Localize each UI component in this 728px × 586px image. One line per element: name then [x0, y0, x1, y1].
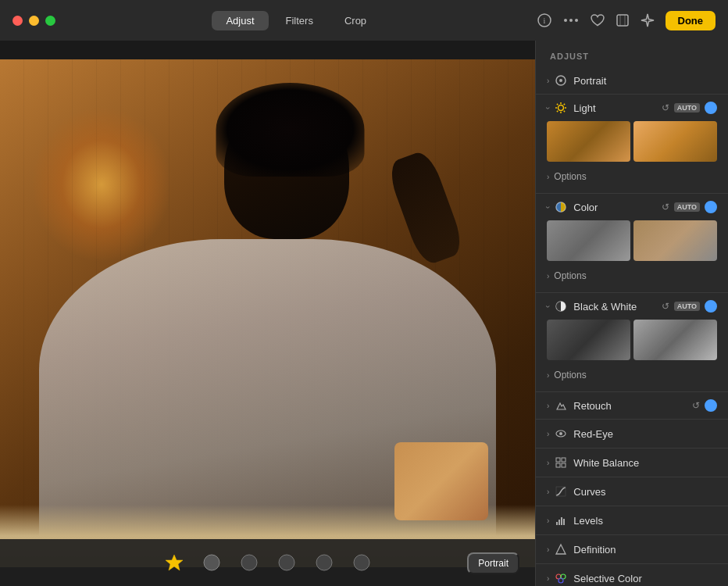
- tab-bar: Adjust Filters Crop: [55, 11, 537, 30]
- color-toggle[interactable]: [705, 201, 717, 213]
- bw-options-row[interactable]: › Options: [547, 366, 717, 384]
- bw-options-label: Options: [554, 370, 586, 381]
- light-thumb-1[interactable]: [547, 121, 630, 162]
- light-thumb-2[interactable]: [633, 121, 717, 162]
- svg-line-19: [557, 104, 558, 105]
- light-options-row[interactable]: › Options: [547, 168, 717, 185]
- retouch-reset-icon[interactable]: ↺: [692, 400, 700, 411]
- definition-label: Definition: [573, 544, 717, 556]
- definition-icon: [554, 542, 568, 556]
- circle-btn-4[interactable]: [313, 552, 335, 573]
- retouch-header[interactable]: › Retouch ↺: [536, 392, 728, 419]
- bw-icon: [554, 299, 568, 313]
- svg-rect-29: [556, 463, 560, 467]
- color-options-row[interactable]: › Options: [547, 267, 717, 284]
- svg-point-8: [241, 555, 257, 570]
- retouch-toggle[interactable]: [705, 399, 717, 412]
- frame-button[interactable]: [616, 13, 630, 27]
- definition-chevron: ›: [547, 545, 549, 554]
- circle-btn-5[interactable]: [351, 552, 373, 573]
- curves-item[interactable]: › Curves: [536, 477, 728, 506]
- section-redeye: › Red-Eye: [536, 420, 728, 448]
- levels-icon: [554, 513, 568, 527]
- section-portrait: › Portrait: [536, 67, 728, 95]
- color-thumb-2[interactable]: [633, 220, 717, 261]
- bw-thumb-2[interactable]: [633, 320, 717, 360]
- section-curves: › Curves: [536, 477, 728, 506]
- color-reset-icon[interactable]: ↺: [662, 202, 669, 213]
- levels-label: Levels: [573, 515, 717, 527]
- tab-adjust[interactable]: Adjust: [212, 11, 268, 30]
- color-thumb-1[interactable]: [547, 220, 630, 261]
- redeye-item[interactable]: › Red-Eye: [536, 420, 728, 448]
- circle-btn-2[interactable]: [238, 552, 260, 573]
- wb-icon: [554, 456, 568, 470]
- section-levels: › Levels: [536, 506, 728, 535]
- bottom-toolbar: Portrait: [0, 539, 535, 586]
- wb-chevron: ›: [547, 459, 549, 467]
- svg-line-22: [557, 111, 558, 112]
- redeye-chevron: ›: [547, 430, 549, 438]
- svg-rect-35: [563, 519, 565, 525]
- svg-point-11: [354, 555, 369, 570]
- bw-thumb-1[interactable]: [547, 320, 630, 360]
- selective-color-chevron: ›: [547, 574, 549, 583]
- color-auto-badge[interactable]: AUTO: [674, 202, 700, 212]
- bw-thumbs: [547, 320, 717, 360]
- sparkle-button[interactable]: [641, 13, 655, 27]
- info-button[interactable]: i: [537, 13, 551, 27]
- svg-marker-36: [556, 545, 566, 554]
- bw-header[interactable]: › Black & White ↺ AUTO: [536, 293, 728, 320]
- color-controls: ↺ AUTO: [662, 201, 717, 213]
- light-auto-badge[interactable]: AUTO: [674, 103, 700, 113]
- tab-crop[interactable]: Crop: [330, 11, 380, 30]
- portrait-chevron: ›: [547, 77, 549, 85]
- circle-btn-1[interactable]: [201, 552, 223, 573]
- levels-chevron: ›: [547, 516, 549, 525]
- svg-rect-34: [561, 517, 562, 525]
- portrait-icon: [554, 73, 568, 88]
- bw-controls: ↺ AUTO: [662, 300, 717, 313]
- minimize-button[interactable]: [29, 16, 39, 26]
- selective-color-item[interactable]: › Selective Color: [536, 564, 728, 586]
- maximize-button[interactable]: [45, 16, 55, 26]
- more-button[interactable]: [562, 13, 580, 27]
- circle-btn-3[interactable]: [276, 552, 298, 573]
- color-options-chevron: ›: [547, 272, 549, 280]
- svg-rect-30: [562, 463, 566, 467]
- bw-reset-icon[interactable]: ↺: [662, 301, 669, 312]
- light-toggle[interactable]: [705, 102, 717, 114]
- light-label: Light: [573, 102, 661, 114]
- done-button[interactable]: Done: [666, 11, 716, 30]
- svg-text:i: i: [543, 16, 545, 25]
- svg-point-4: [575, 19, 578, 22]
- redeye-label: Red-Eye: [573, 428, 717, 440]
- redeye-icon: [554, 427, 568, 441]
- section-definition: › Definition: [536, 535, 728, 564]
- portrait-header[interactable]: › Portrait: [536, 67, 728, 94]
- section-light: › Light ↺: [536, 95, 728, 194]
- curves-chevron: ›: [547, 488, 549, 496]
- color-header[interactable]: › Color ↺ AUTO: [536, 194, 728, 220]
- section-wb: › White Balance: [536, 448, 728, 477]
- tab-filters[interactable]: Filters: [272, 11, 327, 30]
- light-content: › Options: [536, 121, 728, 193]
- svg-rect-32: [556, 522, 558, 525]
- favorite-button[interactable]: [591, 14, 605, 27]
- retouch-label: Retouch: [573, 400, 692, 412]
- scene-icon[interactable]: [163, 552, 185, 573]
- definition-item[interactable]: › Definition: [536, 535, 728, 563]
- bw-toggle[interactable]: [705, 300, 717, 313]
- light-header[interactable]: › Light ↺: [536, 95, 728, 121]
- photo-canvas: [0, 59, 535, 567]
- portrait-badge[interactable]: Portrait: [467, 552, 519, 574]
- svg-point-3: [569, 19, 573, 22]
- window-controls: [12, 16, 55, 26]
- wb-item[interactable]: › White Balance: [536, 448, 728, 477]
- close-button[interactable]: [12, 16, 23, 26]
- light-reset-icon[interactable]: ↺: [662, 102, 669, 113]
- levels-item[interactable]: › Levels: [536, 506, 728, 534]
- light-options-label: Options: [554, 171, 586, 182]
- svg-point-2: [564, 19, 567, 22]
- bw-auto-badge[interactable]: AUTO: [674, 302, 700, 311]
